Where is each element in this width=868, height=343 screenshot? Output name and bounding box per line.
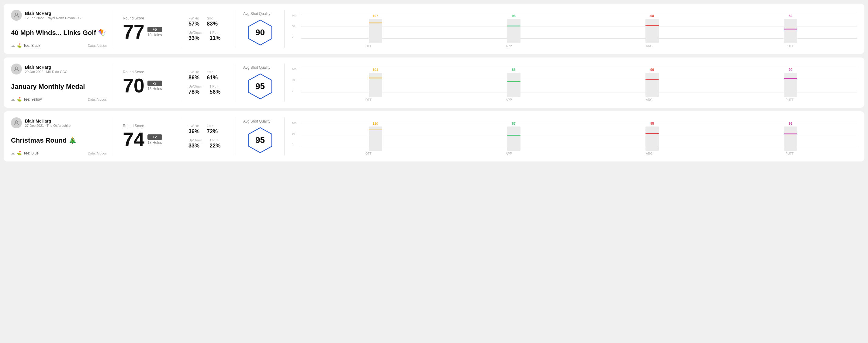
chart-value-ott: 107 <box>372 14 378 18</box>
left-section: Blair McHarg29 Jan 2022 · Mill Ride GCCJ… <box>11 64 114 101</box>
user-meta: Blair McHarg29 Jan 2022 · Mill Ride GCC <box>25 65 67 73</box>
stat-label-gir: GIR <box>207 17 218 20</box>
user-date-course: 12 Feb 2022 · Royal North Devon GC <box>25 16 81 20</box>
y-label-50: 50 <box>292 25 297 28</box>
chart-col-app: 95 <box>447 14 580 43</box>
score-big: 74 <box>123 130 145 149</box>
quality-section: Avg Shot Quality 95 <box>236 117 285 155</box>
chart-value-putt: 93 <box>789 122 792 125</box>
user-name: Blair McHarg <box>25 119 70 123</box>
bar-line-putt <box>784 133 797 134</box>
score-section: Round Score70-218 Holes <box>114 64 181 101</box>
chart-col-arg: 96 <box>586 68 719 97</box>
round-card: Blair McHarg12 Feb 2022 · Royal North De… <box>4 4 864 54</box>
y-label-100: 100 <box>292 122 297 125</box>
score-badge: -2 <box>148 81 162 86</box>
score-section: Round Score74+218 Holes <box>114 117 181 155</box>
chart-col-ott: 107 <box>309 14 442 43</box>
chart-outer: 100 50 0 101869699 <box>292 64 857 97</box>
y-label-0: 0 <box>292 35 297 38</box>
quality-label: Avg Shot Quality <box>243 119 270 123</box>
chart-bars-area: 101869699 <box>300 64 857 97</box>
bar-wrapper-arg <box>646 73 659 97</box>
stat-value-oneputt: 56% <box>210 89 220 95</box>
stat-oneputt: 1 Putt56% <box>210 85 220 95</box>
user-meta: Blair McHarg12 Feb 2022 · Royal North De… <box>25 11 81 20</box>
score-badge-col: +218 Holes <box>148 134 162 145</box>
quality-section: Avg Shot Quality 95 <box>236 64 285 101</box>
stats-section: FW Hit57%GIR83%Up/Down33%1 Putt11% <box>181 10 236 48</box>
stat-label-gir: GIR <box>207 124 218 128</box>
chart-section: 100 50 0 101869699OTTAPPARGPUTT <box>285 64 857 101</box>
stat-label-updown: Up/Down <box>188 138 202 142</box>
tee-label: Tee: Yellow <box>23 97 42 101</box>
tee-info: ☁⛳Tee: Black <box>11 43 40 48</box>
stat-value-fw-hit: 86% <box>188 74 199 81</box>
y-axis-labels: 100 50 0 <box>292 122 297 146</box>
chart-value-putt: 99 <box>789 68 792 71</box>
stat-updown: Up/Down33% <box>188 31 202 41</box>
bar-line-ott <box>369 23 382 23</box>
avatar <box>11 10 22 21</box>
left-section: Blair McHarg27 Dec 2021 · The Oxfordshir… <box>11 117 114 155</box>
golf-bag-icon: ⛳ <box>17 97 22 101</box>
stat-value-gir: 72% <box>207 128 218 135</box>
holes-text: 18 Holes <box>148 87 162 91</box>
bar-wrapper-app <box>507 126 521 151</box>
stat-oneputt: 1 Putt22% <box>210 138 220 149</box>
stats-top: FW Hit36%GIR72% <box>188 124 228 135</box>
stat-updown: Up/Down33% <box>188 138 202 149</box>
user-info: Blair McHarg27 Dec 2021 · The Oxfordshir… <box>11 117 107 128</box>
bar-wrapper-arg <box>646 19 659 43</box>
data-source: Data: Arccos <box>88 151 107 155</box>
score-row: 77+518 Holes <box>123 22 173 42</box>
hexagon-container: 95 <box>247 73 274 100</box>
chart-labels-row: OTTAPPARGPUTT <box>292 98 857 101</box>
chart-col-app: 86 <box>447 68 580 97</box>
weather-icon: ☁ <box>11 97 15 101</box>
stat-value-updown: 78% <box>188 89 202 95</box>
bar-wrapper-putt <box>784 126 797 151</box>
user-info: Blair McHarg29 Jan 2022 · Mill Ride GCC <box>11 64 107 74</box>
stats-section: FW Hit36%GIR72%Up/Down33%1 Putt22% <box>181 117 236 155</box>
score-big: 70 <box>123 76 145 95</box>
bar-wrapper-putt <box>784 73 797 97</box>
chart-outer: 100 50 0 110879593 <box>292 117 857 151</box>
bar-line-app <box>507 135 521 136</box>
stat-value-fw-hit: 57% <box>188 21 199 27</box>
chart-label-ott: OTT <box>301 44 436 48</box>
chart-label-putt: PUTT <box>722 152 857 155</box>
stats-bottom: Up/Down33%1 Putt22% <box>188 138 228 149</box>
stat-updown: Up/Down78% <box>188 85 202 95</box>
bar-line-arg <box>646 133 659 134</box>
round-card: Blair McHarg29 Jan 2022 · Mill Ride GCCJ… <box>4 58 864 107</box>
chart-label-putt: PUTT <box>722 44 857 48</box>
score-row: 70-218 Holes <box>123 76 173 95</box>
bar-line-putt <box>784 29 797 30</box>
svg-point-2 <box>15 67 17 69</box>
score-big: 77 <box>123 22 145 42</box>
stat-label-oneputt: 1 Putt <box>210 31 220 34</box>
bar-wrapper-ott <box>369 19 382 43</box>
user-date-course: 27 Dec 2021 · The Oxfordshire <box>25 124 70 127</box>
bar-line-app <box>507 81 521 82</box>
stat-label-updown: Up/Down <box>188 85 202 88</box>
bar-line-ott <box>369 77 382 79</box>
quality-section: Avg Shot Quality 90 <box>236 10 285 48</box>
bar-wrapper-app <box>507 19 521 43</box>
chart-col-putt: 99 <box>724 68 857 97</box>
score-label: Round Score <box>123 70 173 74</box>
quality-label: Avg Shot Quality <box>243 65 270 70</box>
data-source: Data: Arccos <box>88 98 107 101</box>
chart-label-app: APP <box>441 44 577 48</box>
stat-fw-hit: FW Hit57% <box>188 17 199 27</box>
chart-labels-row: OTTAPPARGPUTT <box>292 152 857 155</box>
hexagon-container: 95 <box>247 126 274 154</box>
chart-label-putt: PUTT <box>722 98 857 101</box>
y-label-100: 100 <box>292 68 297 71</box>
quality-label: Avg Shot Quality <box>243 11 270 16</box>
score-section: Round Score77+518 Holes <box>114 10 181 48</box>
weather-icon: ☁ <box>11 43 15 48</box>
stat-value-fw-hit: 36% <box>188 128 199 135</box>
bar-wrapper-arg <box>646 126 659 151</box>
